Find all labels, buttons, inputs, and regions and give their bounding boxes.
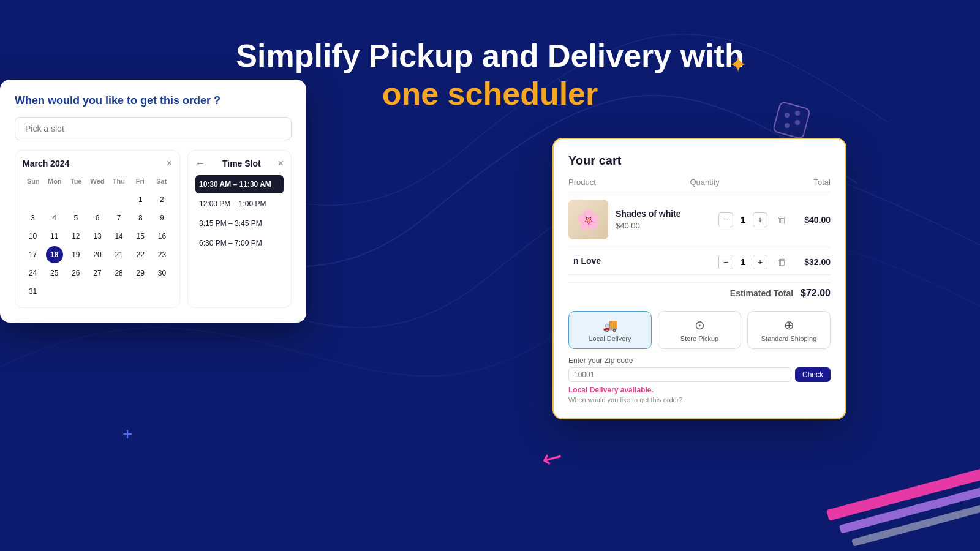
cal-day-3[interactable]: 3 [24, 209, 42, 227]
cal-day-empty [67, 191, 85, 208]
cal-day-28[interactable]: 28 [110, 264, 127, 282]
cal-day-29[interactable]: 29 [132, 264, 149, 282]
timeslot-title: Time Slot [205, 159, 278, 168]
dice-icon-right [772, 98, 815, 143]
cal-day-empty [132, 283, 149, 300]
delivery-label-local: Local Delivery [574, 335, 646, 342]
cal-day-1[interactable]: 1 [132, 191, 149, 208]
cal-day-empty [46, 283, 63, 300]
star-icon: ✦ [729, 52, 747, 78]
calendar-days-header: Sun Mon Tue Wed Thu Fri Sat [23, 175, 172, 187]
cal-day-empty [89, 283, 106, 300]
zipcode-input-row: Check [568, 367, 831, 382]
timeslot-back-icon[interactable]: ← [195, 158, 205, 169]
day-label-sat: Sat [151, 175, 172, 187]
product-price-1: $40.00 [616, 221, 718, 230]
day-label-fri: Fri [129, 175, 151, 187]
calendar-header: March 2024 × [23, 158, 172, 169]
cal-day-6[interactable]: 6 [89, 209, 106, 227]
cal-day-8[interactable]: 8 [132, 209, 149, 227]
estimated-amount: $72.00 [801, 288, 831, 299]
timeslot-item-0[interactable]: 10:30 AM – 11:30 AM [195, 175, 284, 193]
cal-day-13[interactable]: 13 [89, 228, 106, 245]
cal-day-12[interactable]: 12 [67, 228, 85, 245]
qty-control-1: − 1 + [718, 212, 767, 227]
day-label-wed: Wed [87, 175, 108, 187]
product-info-2: n Love [573, 256, 718, 268]
timeslot-item-1[interactable]: 12:00 PM – 1:00 PM [195, 195, 284, 213]
day-label-thu: Thu [108, 175, 129, 187]
svg-rect-7 [773, 102, 810, 139]
cal-day-21[interactable]: 21 [110, 246, 127, 263]
timeslot-item-3[interactable]: 6:30 PM – 7:00 PM [195, 234, 284, 252]
cal-day-4[interactable]: 4 [46, 209, 63, 227]
delivery-option-shipping[interactable]: ⊕ Standard Shipping [747, 311, 831, 349]
qty-decrease-2[interactable]: − [718, 255, 733, 269]
product-name-1: Shades of white [616, 209, 718, 219]
product-image-1 [568, 200, 608, 239]
item-total-2: $32.00 [797, 257, 831, 267]
delivery-option-store[interactable]: ⊙ Store Pickup [658, 311, 741, 349]
cart-table-header: Product Quantity Total [568, 178, 831, 192]
calendar-section: March 2024 × Sun Mon Tue Wed Thu Fri Sat… [15, 150, 180, 308]
product-info-1: Shades of white $40.00 [616, 209, 718, 230]
cal-day-10[interactable]: 10 [24, 228, 42, 245]
cal-day-19[interactable]: 19 [67, 246, 85, 263]
header-line1: Simplify Pickup and Delivery with [0, 37, 980, 75]
product-name-2: n Love [573, 256, 718, 266]
cal-day-empty [24, 191, 42, 208]
cal-day-17[interactable]: 17 [24, 246, 42, 263]
cal-day-empty [110, 283, 127, 300]
cal-day-22[interactable]: 22 [132, 246, 149, 263]
cal-day-5[interactable]: 5 [67, 209, 85, 227]
delivery-option-local[interactable]: 🚚 Local Delivery [568, 311, 652, 349]
zipcode-label: Enter your Zip-code [568, 356, 831, 365]
cal-day-16[interactable]: 16 [153, 228, 170, 245]
qty-value-2: 1 [737, 257, 749, 267]
timeslot-item-2[interactable]: 3:15 PM – 3:45 PM [195, 214, 284, 233]
delivery-options: 🚚 Local Delivery ⊙ Store Pickup ⊕ Standa… [568, 311, 831, 349]
calendar-timeslot-row: March 2024 × Sun Mon Tue Wed Thu Fri Sat… [15, 150, 292, 308]
timeslot-close-icon[interactable]: × [278, 158, 284, 169]
shipping-icon: ⊕ [753, 318, 825, 332]
cal-day-11[interactable]: 11 [46, 228, 63, 245]
cal-day-25[interactable]: 25 [46, 264, 63, 282]
cal-day-20[interactable]: 20 [89, 246, 106, 263]
zipcode-input[interactable] [568, 367, 791, 382]
svg-point-11 [795, 111, 800, 116]
cal-day-15[interactable]: 15 [132, 228, 149, 245]
cal-day-2[interactable]: 2 [153, 191, 170, 208]
cal-day-14[interactable]: 14 [110, 228, 127, 245]
check-button[interactable]: Check [795, 367, 831, 382]
qty-increase-2[interactable]: + [753, 255, 767, 269]
scheduler-panel: When would you like to get this order ? … [0, 80, 306, 323]
cal-day-24[interactable]: 24 [24, 264, 42, 282]
cal-day-9[interactable]: 9 [153, 209, 170, 227]
cal-day-30[interactable]: 30 [153, 264, 170, 282]
timeslot-list: 10:30 AM – 11:30 AM12:00 PM – 1:00 PM3:1… [195, 175, 284, 252]
cal-day-7[interactable]: 7 [110, 209, 127, 227]
slot-input[interactable] [15, 117, 292, 140]
cal-day-31[interactable]: 31 [24, 283, 42, 300]
crosshair-icon: + [123, 424, 132, 444]
day-label-sun: Sun [23, 175, 44, 187]
qty-value-1: 1 [737, 215, 749, 225]
arrow-decoration: ↙ [537, 440, 569, 475]
cal-day-18[interactable]: 18 [46, 246, 63, 263]
timeslot-header: ← Time Slot × [195, 158, 284, 169]
trash-icon-2[interactable]: 🗑 [777, 257, 787, 268]
calendar-close-icon[interactable]: × [167, 158, 172, 169]
calendar-grid: 1234567891011121314151617181920212223242… [23, 191, 172, 300]
zipcode-section: Enter your Zip-code Check Local Delivery… [568, 356, 831, 403]
qty-decrease-1[interactable]: − [718, 212, 733, 227]
cal-day-empty [153, 283, 170, 300]
estimated-total-row: Estimated Total $72.00 [568, 282, 831, 304]
qty-control-2: − 1 + [718, 255, 767, 269]
cal-day-26[interactable]: 26 [67, 264, 85, 282]
cal-day-23[interactable]: 23 [153, 246, 170, 263]
cart-title: Your cart [568, 154, 831, 168]
cal-day-27[interactable]: 27 [89, 264, 106, 282]
trash-icon-1[interactable]: 🗑 [777, 214, 787, 225]
qty-increase-1[interactable]: + [753, 212, 767, 227]
svg-point-8 [785, 113, 790, 118]
